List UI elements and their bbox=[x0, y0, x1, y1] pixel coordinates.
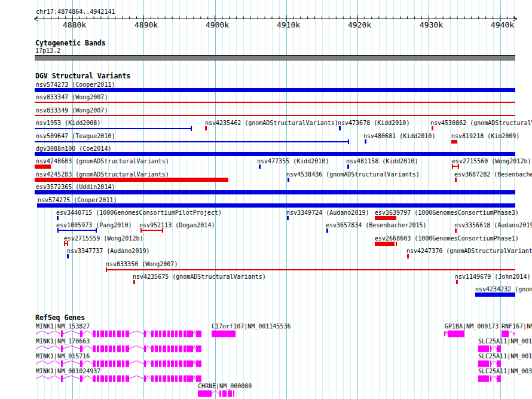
variant-label[interactable]: nsv4247370 (gnomADStructuralVariant bbox=[406, 248, 532, 255]
variant-point-tick[interactable] bbox=[347, 165, 349, 169]
variant-label[interactable]: nsv833349 (Wong2007) bbox=[36, 107, 108, 114]
variant-label[interactable]: nsv480681 (Kidd2010) bbox=[363, 133, 435, 140]
variant-end-tick[interactable] bbox=[140, 228, 142, 233]
variant-point-tick[interactable] bbox=[259, 165, 261, 169]
exon-box bbox=[167, 361, 170, 367]
variant-box[interactable] bbox=[451, 140, 457, 144]
exon-box bbox=[61, 346, 63, 352]
exon-box bbox=[122, 361, 124, 367]
gene-model[interactable] bbox=[35, 345, 205, 353]
exon-box bbox=[155, 361, 158, 367]
ruler-tick-label: 4930k bbox=[420, 21, 443, 29]
exon-box bbox=[159, 361, 161, 367]
variant-bar[interactable] bbox=[375, 242, 395, 246]
variant-label[interactable]: esv2715559 (Wong2012b) bbox=[64, 235, 143, 242]
variant-point-tick[interactable] bbox=[288, 178, 289, 182]
variant-label[interactable]: nsv819218 (Kim2009) bbox=[451, 133, 519, 140]
variant-span-line[interactable] bbox=[140, 230, 163, 231]
gene-model[interactable] bbox=[477, 345, 505, 353]
exon-box bbox=[80, 376, 82, 382]
variant-span-line[interactable] bbox=[35, 128, 191, 129]
variant-label[interactable]: nsv3347737 (Audano2019) bbox=[67, 248, 149, 255]
gene-model[interactable] bbox=[477, 360, 505, 368]
variant-point-tick[interactable] bbox=[287, 216, 289, 220]
variant-end-tick[interactable] bbox=[67, 241, 68, 246]
variant-point-tick[interactable] bbox=[57, 216, 59, 220]
intron-zigzag bbox=[63, 346, 80, 349]
variant-end-tick[interactable] bbox=[396, 242, 397, 246]
variant-label[interactable]: esv3657834 (Besenbacher2015) bbox=[326, 222, 427, 229]
variant-point-tick[interactable] bbox=[133, 280, 135, 284]
variant-end-tick[interactable] bbox=[191, 126, 192, 131]
variant-point-tick[interactable] bbox=[67, 254, 69, 258]
variant-point-tick[interactable] bbox=[455, 229, 457, 233]
exon-box bbox=[117, 346, 121, 352]
variant-end-tick[interactable] bbox=[452, 164, 453, 169]
gene-model[interactable] bbox=[443, 330, 468, 338]
variant-label[interactable]: nsv473678 (Kidd2010) bbox=[338, 120, 409, 127]
variant-span-line[interactable] bbox=[57, 230, 97, 231]
variant-label[interactable]: esv3440715 (1000GenomesConsortiumPilotPr… bbox=[56, 209, 222, 217]
variant-label[interactable]: nsv4530862 (gnomADStructuralV bbox=[430, 120, 532, 127]
variant-label[interactable]: nsv509647 (Teague2010) bbox=[36, 133, 115, 140]
variant-end-tick[interactable] bbox=[57, 228, 59, 233]
exon-box bbox=[97, 361, 99, 367]
gene-model[interactable] bbox=[35, 330, 205, 338]
variant-point-tick[interactable] bbox=[326, 229, 328, 233]
variant-end-tick[interactable] bbox=[348, 139, 349, 144]
variant-label[interactable]: esv1005973 (Pang2010) bbox=[56, 222, 132, 229]
variant-label[interactable]: nsv3356618 (Audano2019 bbox=[454, 222, 532, 229]
gene-model[interactable] bbox=[35, 374, 205, 383]
exon-box bbox=[171, 361, 174, 367]
variant-label[interactable]: nsv4235675 (gnomADStructuralVariants) bbox=[133, 273, 266, 281]
exon-box bbox=[100, 331, 104, 337]
variant-bar[interactable] bbox=[375, 216, 396, 220]
exon-box bbox=[219, 391, 221, 397]
variant-label[interactable]: esv3639797 (1000GenomesConsortiumPhase3) bbox=[375, 209, 519, 217]
intron-zigzag bbox=[146, 361, 151, 364]
variant-label[interactable]: nsv3349724 (Audano2019) bbox=[286, 209, 369, 217]
variant-label[interactable]: nsv833350 (Wong2007) bbox=[106, 261, 178, 268]
variant-bar[interactable] bbox=[35, 190, 515, 194]
gene-model[interactable] bbox=[35, 360, 205, 368]
gene-model[interactable] bbox=[210, 330, 239, 338]
variant-bar[interactable] bbox=[35, 88, 515, 92]
variant-label[interactable]: esv2715560 (Wong2012b) bbox=[452, 158, 531, 165]
variant-point-tick[interactable] bbox=[456, 280, 458, 284]
exon-box bbox=[80, 346, 82, 352]
variant-label[interactable]: nsv1953 (Kidd2008) bbox=[36, 120, 100, 127]
gene-model[interactable] bbox=[500, 330, 519, 338]
variant-point-tick[interactable] bbox=[455, 178, 457, 182]
variant-end-tick[interactable] bbox=[96, 228, 97, 233]
variant-point-tick[interactable] bbox=[432, 126, 433, 130]
variant-end-tick[interactable] bbox=[106, 267, 107, 272]
variant-point-tick[interactable] bbox=[339, 126, 341, 130]
variant-label[interactable]: nsv952113 (Dogan2014) bbox=[139, 222, 215, 229]
variant-bar[interactable] bbox=[37, 203, 515, 208]
variant-point-tick[interactable] bbox=[365, 139, 366, 144]
variant-bar[interactable] bbox=[35, 178, 228, 182]
variant-end-tick[interactable] bbox=[64, 241, 65, 246]
variant-point-tick[interactable] bbox=[407, 254, 409, 258]
variant-end-tick[interactable] bbox=[458, 164, 459, 169]
variant-bar[interactable] bbox=[35, 152, 515, 156]
cytoband-bar[interactable] bbox=[35, 55, 515, 60]
variant-label[interactable]: nsv481158 (Kidd2010) bbox=[346, 158, 418, 165]
variant-bar[interactable] bbox=[475, 293, 515, 297]
gene-model[interactable] bbox=[197, 389, 238, 398]
variant-span-line[interactable] bbox=[35, 115, 515, 116]
variant-end-tick[interactable] bbox=[162, 228, 163, 233]
variant-label[interactable]: nsv1149679 (John2014) bbox=[455, 273, 530, 281]
variant-label[interactable]: nsv477355 (Kidd2010) bbox=[257, 158, 329, 165]
variant-label[interactable]: esv3687282 (Besenbache bbox=[454, 171, 532, 178]
variant-label[interactable]: nsv833347 (Wong2007) bbox=[36, 94, 108, 101]
variant-point-tick[interactable] bbox=[205, 126, 207, 130]
variant-label[interactable]: nsv4248603 (gnomADStructuralVariants) bbox=[36, 158, 169, 165]
variant-span-line[interactable] bbox=[35, 102, 515, 103]
variant-bar[interactable] bbox=[35, 165, 51, 169]
variant-label[interactable]: nsv4538436 (gnomADStructuralVariants) bbox=[286, 171, 420, 178]
variant-span-line[interactable] bbox=[106, 269, 515, 270]
variant-span-line[interactable] bbox=[35, 141, 348, 142]
variant-label[interactable]: nsv4235462 (gnomADStructuralVariants) bbox=[205, 120, 338, 127]
gene-model[interactable] bbox=[477, 374, 505, 383]
